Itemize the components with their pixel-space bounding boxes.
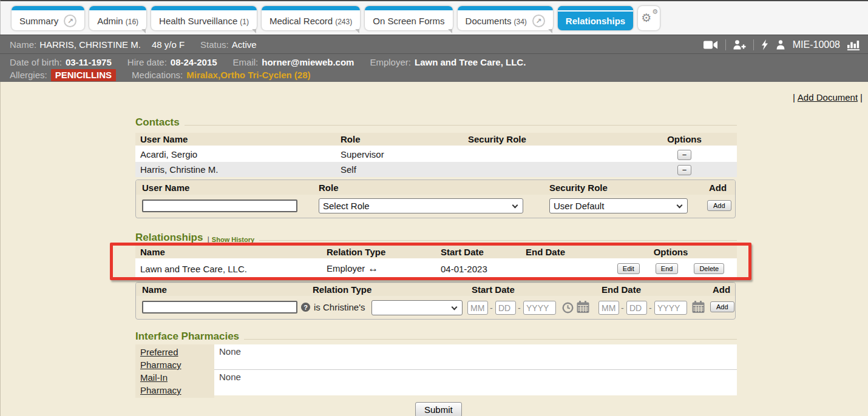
tab-bar: Summary ↗ Admin (16) Health Surveillance… — [0, 0, 868, 35]
tab-health-surveillance[interactable]: Health Surveillance (1) — [151, 6, 257, 30]
tab-summary[interactable]: Summary ↗ — [12, 6, 84, 30]
mail-in-pharmacy-value: None — [214, 370, 737, 398]
end-relationship-button[interactable]: End — [656, 263, 679, 274]
medication-link[interactable]: Ortho Tri-Cyclen (28) — [220, 70, 310, 80]
tab-count: (1) — [240, 16, 249, 26]
add-relationship-header: Name Relation Type Start Date End Date A… — [136, 283, 735, 296]
contact-user-name-input[interactable] — [142, 200, 297, 212]
allergy-badge[interactable]: PENICILLINS — [51, 69, 116, 81]
medication-link[interactable]: Miralax — [186, 70, 218, 80]
relation-type-select[interactable] — [371, 300, 463, 315]
tab-count: (243) — [335, 16, 352, 26]
tab-label: Documents — [466, 16, 512, 26]
add-relationship-row: ? is Christine's - - - — [136, 296, 735, 319]
tab-admin[interactable]: Admin (16) — [89, 6, 146, 30]
contact-role-select[interactable]: Select Role — [319, 198, 523, 213]
date-separator: - — [490, 303, 493, 313]
popout-icon[interactable]: ↗ — [64, 15, 76, 27]
tab-count: (34) — [514, 16, 526, 26]
gear-icon: ⚙ — [641, 12, 651, 24]
start-day-input[interactable] — [495, 301, 516, 315]
pharmacies-title: Interface Pharmacies — [135, 330, 239, 343]
contact-role: Supervisor — [341, 149, 468, 159]
col-security-role: Security Role — [468, 134, 632, 144]
submit-button[interactable]: Submit — [415, 402, 462, 416]
remove-contact-button[interactable]: − — [677, 165, 692, 175]
section-rule — [244, 339, 737, 340]
email-value: horner@mieweb.com — [262, 57, 354, 67]
col-security-role: Security Role — [546, 183, 704, 193]
preferred-pharmacy-link[interactable]: Preferred Pharmacy — [140, 347, 181, 370]
relationship-row: Lawn and Tree Care, LLC. Employer↔ 04-01… — [135, 260, 737, 278]
contact-row: Harris, Christine M. Self − — [135, 162, 737, 177]
add-contact-header: User Name Role Security Role Add — [136, 180, 735, 195]
end-day-input[interactable] — [626, 301, 647, 315]
end-year-input[interactable] — [654, 301, 687, 315]
pharmacy-row: Mail-In Pharmacy None — [135, 370, 737, 395]
settings-button[interactable]: ⚙ ⚙ — [638, 6, 660, 30]
tab-label: Summary — [19, 16, 58, 26]
lightning-icon[interactable] — [761, 39, 768, 50]
show-history-link[interactable]: Show History — [212, 236, 254, 243]
clock-icon[interactable] — [562, 302, 574, 314]
section-rule — [259, 240, 737, 241]
calendar-icon[interactable] — [577, 301, 589, 314]
col-add: Add — [713, 284, 735, 295]
patient-id: MIE-10008 — [793, 39, 840, 50]
tab-label: Admin — [97, 16, 123, 26]
end-month-input[interactable] — [598, 301, 619, 315]
date-separator: - — [518, 303, 521, 313]
col-add: Add — [704, 183, 735, 193]
bar-chart-icon[interactable] — [847, 39, 861, 50]
page-content: |Add Document| Contacts User Name Role S… — [0, 82, 868, 416]
popout-icon[interactable]: ↗ — [532, 15, 545, 27]
person-icon[interactable] — [776, 40, 785, 50]
pharmacies-section-header: Interface Pharmacies — [135, 330, 739, 343]
start-month-input[interactable] — [467, 301, 488, 315]
col-options: Options — [605, 247, 737, 257]
help-icon[interactable]: ? — [301, 303, 310, 312]
tab-menu-corner-icon — [252, 29, 256, 33]
contact-role: Self — [341, 164, 468, 175]
date-separator: - — [621, 303, 624, 313]
video-call-icon[interactable] — [704, 40, 718, 50]
add-person-icon[interactable] — [733, 40, 746, 50]
add-document-wrap: |Add Document| — [793, 92, 863, 102]
add-relationship-button[interactable]: Add — [710, 301, 734, 312]
banner-icon-group: MIE-10008 — [704, 35, 861, 54]
add-contact-row: Select Role User Default Add — [136, 195, 735, 218]
patient-age-sex: 48 y/o F — [152, 39, 185, 50]
tab-relationships[interactable]: Relationships — [558, 6, 633, 30]
relationship-name-input[interactable] — [142, 301, 297, 314]
tab-medical-record[interactable]: Medical Record (243) — [262, 6, 360, 30]
tab-menu-corner-icon — [548, 29, 552, 33]
relationships-table-header: Name Relation Type Start Date End Date O… — [135, 246, 737, 260]
col-options: Options — [632, 134, 737, 144]
tab-documents[interactable]: Documents (34) ↗ — [458, 6, 553, 30]
role-select-value: Select Role — [323, 201, 370, 211]
edit-relationship-button[interactable]: Edit — [617, 263, 640, 274]
col-name: Name — [135, 247, 327, 257]
col-user-name: User Name — [135, 134, 341, 144]
remove-contact-button[interactable]: − — [677, 150, 692, 160]
hire-date-value: 08-24-2015 — [171, 57, 217, 67]
tab-label: Relationships — [566, 16, 625, 26]
col-end-date: End Date — [526, 247, 605, 257]
start-year-input[interactable] — [523, 301, 556, 315]
chevron-down-icon — [452, 304, 458, 310]
contact-security-role-select[interactable]: User Default — [549, 198, 688, 213]
tab-menu-corner-icon — [448, 29, 452, 33]
col-start-date: Start Date — [467, 284, 599, 295]
possessive-text: is Christine's — [314, 302, 365, 312]
add-contact-button[interactable]: Add — [707, 200, 731, 211]
calendar-icon[interactable] — [692, 301, 705, 314]
gear-small-icon: ⚙ — [652, 8, 658, 15]
relationships-title: Relationships — [135, 232, 203, 244]
mail-in-pharmacy-link[interactable]: Mail-In Pharmacy — [140, 372, 181, 395]
security-select-value: User Default — [554, 201, 604, 211]
col-start-date: Start Date — [441, 247, 526, 257]
pipe: | — [793, 92, 795, 102]
tab-on-screen-forms[interactable]: On Screen Forms — [365, 6, 452, 30]
add-document-link[interactable]: Add Document — [798, 92, 858, 102]
delete-relationship-button[interactable]: Delete — [694, 263, 724, 274]
